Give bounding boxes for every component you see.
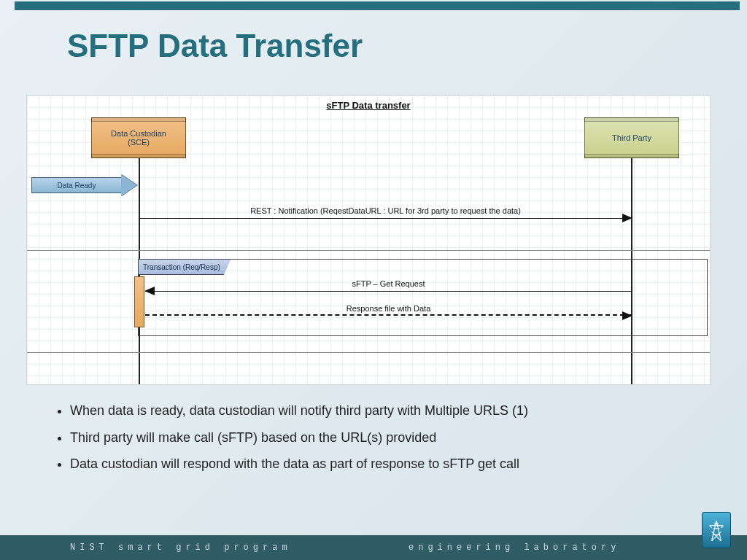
- participant-data-custodian: Data Custodian (SCE): [91, 117, 186, 158]
- signal-label: Data Ready: [58, 182, 96, 190]
- separator-line: [27, 250, 710, 251]
- logo-badge: [702, 512, 731, 548]
- diagram-title: sFTP Data transfer: [27, 100, 710, 111]
- message-label: sFTP – Get Request: [145, 279, 632, 288]
- frame-label: Transaction (Req/Resp): [138, 259, 231, 275]
- slide-footer: NIST smart grid program engineering labo…: [0, 535, 747, 560]
- bullet-item: Third party will make call (sFTP) based …: [70, 427, 711, 449]
- message-notify: REST : Notification (ReqestDataURL : URL…: [139, 218, 632, 219]
- bullet-item: Data custodian will respond with the dat…: [70, 453, 711, 475]
- footer-right: engineering laboratory: [409, 542, 620, 553]
- data-ready-signal: Data Ready: [31, 174, 137, 196]
- participant-third-party: Third Party: [584, 117, 679, 158]
- grid-tower-icon: [707, 518, 726, 542]
- sequence-diagram: sFTP Data transfer Data Custodian (SCE) …: [26, 95, 711, 385]
- participant-label: Data Custodian (SCE): [111, 129, 166, 147]
- slide-title: SFTP Data Transfer: [67, 28, 363, 64]
- arrow-right-icon: [121, 174, 137, 196]
- interaction-frame: Transaction (Req/Resp): [138, 259, 708, 336]
- arrowhead-right-icon: [622, 214, 632, 222]
- message-get-request: sFTP – Get Request: [145, 291, 632, 292]
- separator-line: [27, 352, 710, 353]
- slide-top-bar: [15, 1, 740, 10]
- message-response: Response file with Data: [145, 314, 632, 316]
- bullet-item: When data is ready, data custodian will …: [70, 400, 711, 422]
- participant-label: Third Party: [612, 133, 651, 142]
- arrowhead-right-icon: [622, 311, 632, 320]
- footer-left: NIST smart grid program: [70, 542, 292, 553]
- message-label: REST : Notification (ReqestDataURL : URL…: [139, 206, 632, 215]
- arrowhead-left-icon: [144, 287, 155, 295]
- bullet-list: When data is ready, data custodian will …: [50, 400, 711, 480]
- message-label: Response file with Data: [145, 304, 632, 313]
- activation-bar: [134, 276, 144, 327]
